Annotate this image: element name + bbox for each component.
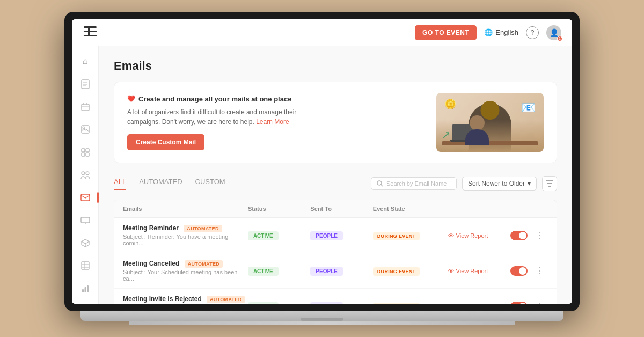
sidebar-item-box[interactable]: [77, 237, 94, 250]
page-title: Emails: [114, 59, 557, 73]
toggle-cell: [510, 231, 532, 240]
more-options-button[interactable]: ⋮: [532, 266, 548, 276]
svg-rect-29: [82, 289, 84, 292]
sent-to-cell: PEOPLE: [310, 266, 372, 276]
main-layout: ⌂: [72, 46, 572, 304]
col-header-empty2: [510, 206, 532, 212]
svg-rect-14: [82, 149, 85, 152]
email-name-text: Meeting Invite is Rejected: [123, 295, 202, 303]
sent-to-cell: PEOPLE: [310, 301, 372, 304]
status-badge: ACTIVE: [248, 302, 279, 304]
svg-rect-8: [82, 104, 89, 111]
email-table: Emails Status Sent To Event State: [114, 200, 557, 304]
svg-rect-15: [86, 149, 89, 152]
sidebar-item-table[interactable]: [77, 259, 94, 272]
email-name-text: Meeting Cancelled: [123, 260, 179, 267]
help-button[interactable]: ?: [526, 26, 539, 39]
tab-automated[interactable]: AUTOMATED: [139, 178, 182, 190]
sidebar-item-screen[interactable]: [77, 214, 94, 227]
event-state-badge: DURING EVENT: [373, 267, 420, 276]
email-search-input[interactable]: Search by Email Name: [371, 177, 457, 190]
col-header-event-state: Event State: [373, 206, 448, 212]
promo-heading: Create and manage all your mails at one …: [127, 95, 299, 103]
arrow-decoration: ↗: [442, 128, 451, 141]
table-header: Emails Status Sent To Event State: [114, 200, 557, 218]
email-toggle[interactable]: [510, 302, 528, 304]
email-name-text: Meeting Reminder: [123, 224, 179, 232]
view-report-button[interactable]: 👁 View Report: [448, 268, 510, 274]
view-report-button[interactable]: 👁 View Report: [448, 303, 510, 304]
lang-label: English: [495, 28, 518, 36]
promo-text: Create and manage all your mails at one …: [127, 95, 299, 150]
tab-all[interactable]: ALL: [114, 178, 126, 190]
sidebar-item-home[interactable]: ⌂: [77, 55, 94, 68]
tabs-row: ALL AUTOMATED CUSTOM Search by Email Nam…: [114, 176, 557, 191]
sort-label: Sort Newer to Older: [468, 180, 525, 187]
lang-selector[interactable]: 🌐 English: [484, 28, 518, 36]
top-bar: GO TO EVENT 🌐 English ? 👤 1: [72, 19, 572, 46]
top-bar-right: GO TO EVENT 🌐 English ? 👤 1: [415, 25, 561, 40]
go-to-event-button[interactable]: GO TO EVENT: [415, 25, 477, 40]
col-header-sent-to: Sent To: [310, 206, 372, 212]
chevron-down-icon: ▾: [528, 180, 531, 187]
avatar: 👤 1: [546, 25, 561, 40]
status-cell: ACTIVE: [248, 266, 310, 276]
event-state-cell: DURING EVENT: [373, 301, 448, 304]
email-subject-text: Subject : Your Scheduled meeting has bee…: [123, 269, 248, 282]
event-state-cell: DURING EVENT: [373, 230, 448, 240]
event-state-cell: DURING EVENT: [373, 266, 448, 276]
automated-badge: AUTOMATED: [184, 225, 222, 232]
learn-more-link[interactable]: Learn More: [256, 118, 289, 126]
svg-rect-20: [81, 194, 90, 201]
sidebar-item-image[interactable]: [77, 123, 94, 136]
email-toggle[interactable]: [510, 231, 528, 240]
email-toggle[interactable]: [510, 266, 528, 276]
table-row: Meeting Cancelled AUTOMATED Subject : Yo…: [114, 253, 557, 289]
status-cell: ACTIVE: [248, 230, 310, 240]
laptop-base: [80, 311, 564, 321]
screen-inner: GO TO EVENT 🌐 English ? 👤 1 ⌂: [72, 19, 572, 304]
filter-button[interactable]: [542, 176, 557, 191]
sidebar-item-checklist[interactable]: [77, 145, 94, 158]
svg-rect-3: [88, 26, 90, 36]
tabs-container: ALL AUTOMATED CUSTOM: [114, 178, 225, 190]
sidebar-item-exhibitors[interactable]: [77, 169, 94, 181]
logo: [83, 24, 98, 42]
status-cell: ACTIVE: [248, 301, 310, 304]
col-header-empty3: [532, 206, 548, 212]
view-report-button[interactable]: 👁 View Report: [448, 232, 510, 239]
sidebar-item-calendar[interactable]: [77, 100, 94, 113]
sidebar: ⌂: [72, 46, 99, 304]
col-header-empty1: [448, 206, 510, 212]
status-badge: ACTIVE: [248, 231, 279, 240]
sidebar-item-chart[interactable]: [77, 282, 94, 295]
notification-badge: 1: [557, 36, 562, 41]
sidebar-item-document[interactable]: [77, 77, 94, 90]
coin-decoration: 🪙: [444, 98, 456, 110]
col-header-status: Status: [248, 206, 310, 212]
svg-rect-2: [84, 35, 97, 36]
content-area: Emails Create and manage all your mails …: [99, 46, 572, 304]
automated-badge: AUTOMATED: [207, 296, 245, 303]
globe-icon: 🌐: [484, 28, 493, 36]
tab-custom[interactable]: CUSTOM: [195, 178, 225, 190]
more-options-button[interactable]: ⋮: [532, 301, 548, 304]
sidebar-item-email[interactable]: [77, 191, 94, 204]
svg-rect-16: [82, 153, 85, 156]
email-name-cell: Meeting Cancelled AUTOMATED Subject : Yo…: [123, 260, 248, 282]
eye-icon: 👁: [448, 232, 454, 239]
sent-to-cell: PEOPLE: [310, 230, 372, 240]
email-subject-text: Subject : Reminder: You have a meeting c…: [123, 233, 248, 246]
more-options-button[interactable]: ⋮: [532, 230, 548, 240]
laptop-screen: GO TO EVENT 🌐 English ? 👤 1 ⌂: [64, 12, 580, 311]
create-custom-mail-button[interactable]: Create Custom Mail: [127, 134, 204, 150]
table-row: Meeting Reminder AUTOMATED Subject : Rem…: [114, 218, 557, 253]
sort-dropdown[interactable]: Sort Newer to Older ▾: [462, 177, 537, 191]
people-badge: PEOPLE: [310, 267, 343, 276]
svg-line-33: [381, 185, 383, 186]
svg-rect-12: [82, 126, 89, 133]
svg-rect-25: [82, 262, 89, 269]
email-decoration: 📧: [521, 101, 536, 115]
svg-point-19: [86, 172, 89, 175]
svg-rect-21: [81, 217, 90, 223]
